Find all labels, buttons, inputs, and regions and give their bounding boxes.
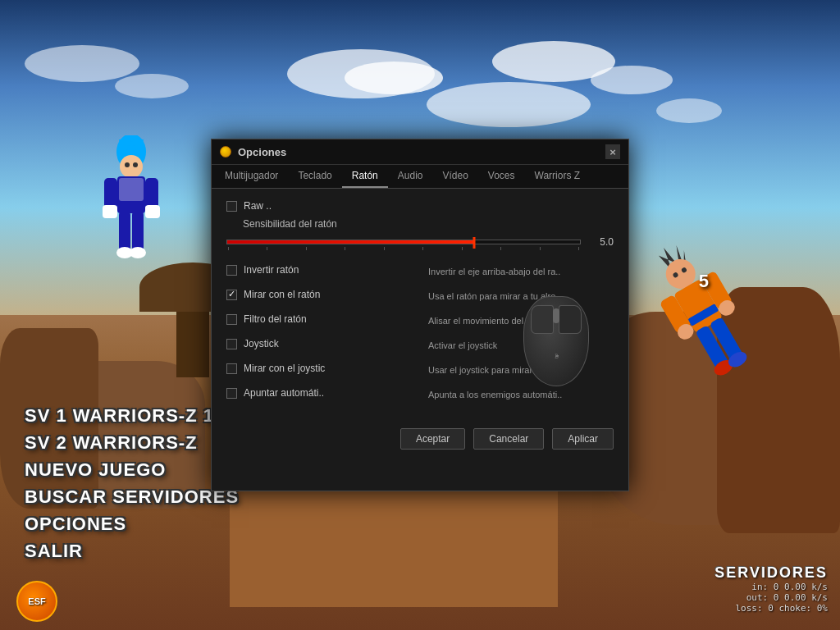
label-mirar-raton: Mirar con el ratón xyxy=(244,289,320,300)
tab-multijugador[interactable]: Multijugador xyxy=(215,165,288,188)
label-joystick: Joystick xyxy=(244,338,279,349)
tick xyxy=(267,247,267,250)
dialog-footer: Aceptar Cancelar Aplicar xyxy=(212,415,628,461)
desc-mirar-raton: Usa el ratón para mirar a tu alre.. xyxy=(428,287,614,305)
tick xyxy=(462,247,463,250)
raw-label: Raw .. xyxy=(244,200,272,212)
tick xyxy=(422,247,423,250)
checkbox-invertir[interactable] xyxy=(226,265,237,276)
close-button[interactable]: × xyxy=(605,144,620,159)
option-row-mirar-joystick: Mirar con el joystic xyxy=(226,359,412,377)
checkbox-joystick[interactable] xyxy=(226,339,237,349)
checkbox-mirar-raton[interactable] xyxy=(226,290,237,300)
tab-warriorsz[interactable]: Warriors Z xyxy=(525,165,591,188)
tick xyxy=(578,247,579,250)
sensitivity-slider-track[interactable] xyxy=(226,240,581,244)
tick xyxy=(540,247,541,250)
tab-voces[interactable]: Voces xyxy=(478,165,525,188)
tick xyxy=(228,247,229,250)
cancelar-button[interactable]: Cancelar xyxy=(473,428,544,450)
mouse-btn-left xyxy=(531,305,554,334)
dialog-titlebar: Opciones × xyxy=(212,139,628,165)
tab-raton[interactable]: Ratón xyxy=(342,165,388,188)
checkbox-apuntar[interactable] xyxy=(226,388,237,399)
sensitivity-slider-container: 5.0 xyxy=(226,236,614,248)
mouse-logo: 🖱 xyxy=(546,351,566,361)
options-left-column: Invertir ratón Mirar con el ratón Filtro… xyxy=(226,261,420,404)
tab-video[interactable]: Vídeo xyxy=(432,165,477,188)
mouse-image: 🖱 xyxy=(523,296,589,386)
sensitivity-label: Sensibilidad del ratón xyxy=(243,218,614,230)
tab-teclado[interactable]: Teclado xyxy=(288,165,341,188)
dialog-content: Raw .. Sensibilidad del ratón xyxy=(212,189,628,415)
option-row-invertir: Invertir ratón xyxy=(226,261,412,279)
label-apuntar: Apuntar automáti.. xyxy=(244,387,324,399)
label-mirar-joystick: Mirar con el joystic xyxy=(244,363,325,374)
dialog-title: Opciones xyxy=(238,146,599,158)
desc-mirar-joystick: Usar el joystick para mirar alred.. xyxy=(428,361,614,379)
aplicar-button[interactable]: Aplicar xyxy=(552,428,614,450)
tick xyxy=(500,247,501,250)
label-invertir: Invertir ratón xyxy=(244,264,299,276)
tick xyxy=(345,247,345,250)
tick xyxy=(306,247,307,250)
option-row-mirar-raton: Mirar con el ratón xyxy=(226,285,412,304)
raw-row: Raw .. xyxy=(226,200,614,212)
tab-audio[interactable]: Audio xyxy=(388,165,433,188)
tick xyxy=(384,247,385,250)
checkbox-mirar-joystick[interactable] xyxy=(226,363,237,374)
option-row-joystick: Joystick xyxy=(226,335,412,353)
desc-apuntar: Apunta a los enemigos automáti.. xyxy=(428,386,614,404)
option-row-apuntar: Apuntar automáti.. xyxy=(226,384,412,402)
raw-checkbox[interactable] xyxy=(226,201,237,212)
aceptar-button[interactable]: Aceptar xyxy=(400,428,465,450)
label-filtro: Filtro del ratón xyxy=(244,313,307,325)
modal-backdrop: Opciones × Multijugador Teclado Ratón Au… xyxy=(0,0,840,630)
options-dialog: Opciones × Multijugador Teclado Ratón Au… xyxy=(211,139,629,491)
tabs-bar: Multijugador Teclado Ratón Audio Vídeo V… xyxy=(212,165,628,189)
option-row-filtro: Filtro del ratón xyxy=(226,310,412,328)
checkbox-filtro[interactable] xyxy=(226,314,237,325)
mouse-btn-right xyxy=(559,305,582,334)
title-icon xyxy=(220,146,231,158)
sensitivity-value: 5.0 xyxy=(589,236,614,248)
slider-fill xyxy=(227,240,474,244)
mouse-scroll-wheel xyxy=(553,308,559,323)
options-area: Invertir ratón Mirar con el ratón Filtro… xyxy=(226,261,614,404)
desc-invertir: Invertir el eje arriba-abajo del ra.. xyxy=(428,262,614,281)
slider-ticks xyxy=(227,247,580,250)
